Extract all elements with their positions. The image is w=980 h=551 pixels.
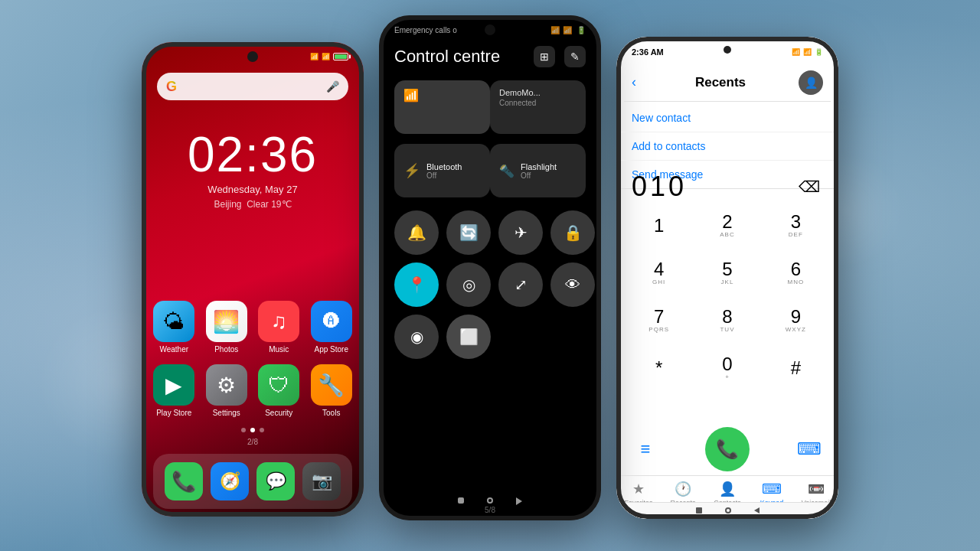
playstore-app-label: Play Store [156,409,191,417]
dock-messages[interactable]: 💬 [256,462,295,500]
phone3-time: 2:36 AM [632,47,664,57]
phone3-header: ‹ Recents 👤 [624,64,831,102]
hw-home[interactable] [725,507,731,514]
app-appstore[interactable]: 🅐 App Store [311,301,353,354]
new-contact-action[interactable]: New contact [616,104,838,132]
dock-phone[interactable]: 📞 [165,462,203,500]
key-3[interactable]: 3 DEF [765,205,827,246]
ctrl-lock[interactable]: 🔒 [550,210,595,255]
security-app-label: Security [265,409,292,417]
key-6[interactable]: 6 MNO [765,253,827,294]
app-security[interactable]: 🛡 Security [258,364,300,417]
voicemail-icon: 📼 [808,481,825,497]
tools-app-icon: 🔧 [311,364,352,406]
hw-recent[interactable] [696,507,702,514]
dock-camera[interactable]: 📷 [302,462,341,500]
keypad-icon[interactable]: ⌨ [792,432,827,467]
photos-app-label: Photos [214,345,238,354]
ctrl-rotate[interactable]: 🔄 [446,210,491,255]
bluetooth-text: Bluetooth Off [426,162,462,180]
app-tools[interactable]: 🔧 Tools [311,364,353,417]
app-weather[interactable]: 🌤 Weather [153,301,195,354]
key-9[interactable]: 9 WXYZ [765,300,827,341]
key-star[interactable]: * [628,347,690,389]
emergency-text: Emergency calls o [394,26,550,34]
tools-app-label: Tools [322,409,340,417]
ctrl-airplane[interactable]: ✈ [498,210,543,255]
phone1-app-grid: 🌤 Weather 🌅 Photos ♫ Music 🅐 App Store ▶… [153,301,352,417]
phone3-title: Recents [642,75,799,90]
app-photos[interactable]: 🌅 Photos [206,301,248,354]
key-5[interactable]: 5 JKL [696,253,758,294]
key-8[interactable]: 8 TUV [696,300,758,341]
dot-3 [260,428,264,432]
ctrl-nfc[interactable]: ◎ [446,262,491,307]
grid-icon[interactable]: ⊞ [534,46,555,67]
flashlight-icon: 🔦 [499,164,514,178]
key-2[interactable]: 2 ABC [696,205,758,246]
bluetooth-icon: ⚡ [403,162,420,179]
phone2-page-number: 5/8 [379,506,601,514]
hw-back[interactable] [754,507,760,514]
dock-safari[interactable]: 🧭 [211,462,249,500]
demo-mode-tile[interactable]: DemoMo... Connected [490,80,586,134]
dot-2 [250,428,255,432]
backspace-button[interactable]: ⌫ [799,178,823,196]
network-tile[interactable]: 📶 [394,80,490,134]
dialed-number: 010 ⌫ [616,171,838,203]
ctrl-expand[interactable]: ⤢ [498,262,543,307]
recents-icon: 🕐 [675,481,691,497]
phone2-nav-recent[interactable] [458,497,464,504]
back-button[interactable]: ‹ [632,74,636,90]
flashlight-text: Flashlight Off [521,162,557,180]
settings-app-label: Settings [213,409,240,417]
app-playstore[interactable]: ▶ Play Store [153,364,195,417]
call-button[interactable]: 📞 [705,427,750,471]
bluetooth-tile[interactable]: ⚡ Bluetooth Off [394,144,490,197]
phone2-nav-home[interactable] [487,497,493,504]
key-hash[interactable]: # [765,347,827,389]
weather-app-label: Weather [159,345,188,354]
photos-app-icon: 🌅 [206,301,247,342]
phones-wrapper: 📶 📶 G 🎤 02:36 Wednesday, May 27 Beijing … [0,0,980,551]
music-app-icon: ♫ [258,301,299,342]
demo-name: DemoMo... [499,88,577,97]
phone3: 2:36 AM 📶 📶 🔋 ‹ Recents 👤 New contact Ad… [616,37,838,519]
phone1-dock: 📞 🧭 💬 📷 [153,454,352,509]
weather-app-icon: 🌤 [153,301,194,342]
settings-app-icon: ⚙ [206,364,247,406]
phone1-search-bar[interactable]: G 🎤 [157,73,348,100]
phone1-status-bar: 📶 📶 [310,53,348,60]
ctrl-extra1[interactable]: ◉ [394,315,439,359]
network-bars-icon: 📶 [403,88,481,103]
ctrl-eye[interactable]: 👁 [550,262,595,307]
voicemail-list-icon[interactable]: ≡ [628,432,663,467]
add-to-contacts-action[interactable]: Add to contacts [616,132,838,161]
demo-status: Connected [499,99,577,107]
app-settings[interactable]: ⚙ Settings [206,364,248,417]
phone3-keypad: 1 2 ABC 3 DEF 4 GHI 5 JKL 6 MNO [628,205,827,389]
favorites-icon: ★ [632,481,645,497]
phone2-bottom-nav [458,497,522,505]
phone1-page-dots [142,428,364,432]
phone2-controls: 🔔 🔄 ✈ 🔒 📍 ◎ ⤢ 👁 ◉ ⬜ [394,210,586,359]
key-1[interactable]: 1 [628,205,690,246]
key-7[interactable]: 7 PQRS [628,300,690,341]
key-0[interactable]: 0 + [696,347,758,389]
phone1-camera [247,51,258,62]
music-app-label: Music [269,345,289,354]
playstore-app-icon: ▶ [153,364,194,406]
phone3-bottom-actions: ≡ 📞 ⌨ [628,427,827,471]
ctrl-sound[interactable]: 🔔 [394,210,439,255]
contact-avatar: 👤 [799,70,823,95]
ctrl-location[interactable]: 📍 [394,262,439,307]
app-music[interactable]: ♫ Music [258,301,300,354]
key-4[interactable]: 4 GHI [628,253,690,294]
appstore-app-label: App Store [315,345,348,354]
phone2-nav-back[interactable] [516,497,522,505]
ctrl-extra2[interactable]: ⬜ [446,315,491,359]
phone1-page-number: 2/8 [142,438,364,446]
phone1-time: 02:36 [142,126,364,183]
edit-icon[interactable]: ✎ [564,46,586,67]
flashlight-tile[interactable]: 🔦 Flashlight Off [490,144,586,197]
